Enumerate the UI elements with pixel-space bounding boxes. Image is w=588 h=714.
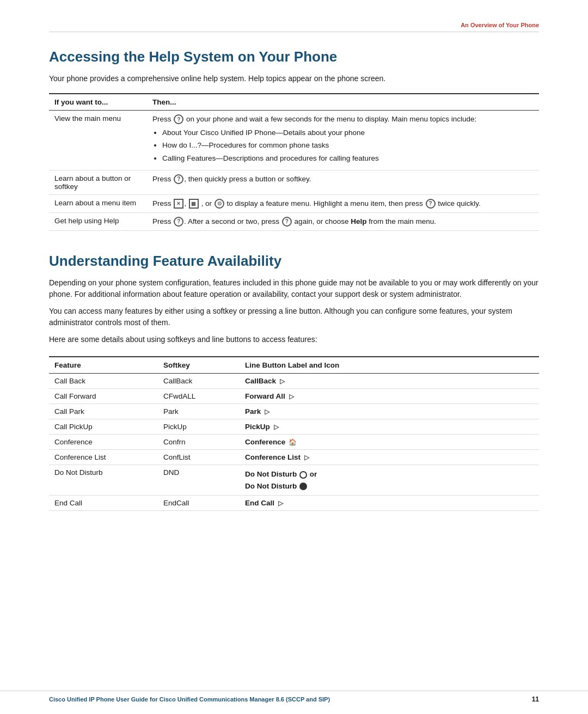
line-cell: CallBack ▷	[240, 373, 539, 388]
help-icon: ?	[174, 114, 183, 124]
list-item: Calling Features—Descriptions and proced…	[162, 153, 534, 164]
help-icon: ?	[174, 174, 183, 184]
help-table: If you want to... Then... View the main …	[49, 93, 539, 231]
softkey-cell: CallBack	[158, 373, 240, 388]
table-row: Call Park Park Park ▷	[49, 404, 539, 419]
want-cell: Learn about a button or softkey	[49, 170, 147, 194]
softkey-cell: EndCall	[158, 496, 240, 511]
menu-icon2: ▦	[189, 199, 199, 209]
feature-cell: End Call	[49, 496, 158, 511]
dnd-icon-filled	[299, 483, 307, 490]
menu-icon1: ✕	[174, 199, 183, 209]
table-row: View the main menu Press ? on your phone…	[49, 111, 539, 170]
softkey-cell: PickUp	[158, 419, 240, 434]
softkey-cell: Confrn	[158, 434, 240, 449]
section2-para1: Depending on your phone system configura…	[49, 277, 539, 300]
list-item: How do I...?—Procedures for common phone…	[162, 140, 534, 151]
footer-left-text: Cisco Unified IP Phone User Guide for Ci…	[49, 696, 330, 703]
section1-title: Accessing the Help System on Your Phone	[49, 48, 539, 65]
feature-cell: Call Back	[49, 373, 158, 388]
arrow-icon: ▷	[278, 499, 283, 507]
then-cell: Press ?. After a second or two, press ? …	[147, 212, 539, 230]
table-row: Conference Confrn Conference 🏠	[49, 434, 539, 449]
help-col2-header: Then...	[147, 94, 539, 111]
section2-para3: Here are some details about using softke…	[49, 334, 539, 345]
section2-title: Understanding Feature Availability	[49, 253, 539, 270]
table-row: Call Forward CFwdALL Forward All ▷	[49, 388, 539, 404]
dnd-icon-outline	[299, 471, 307, 479]
feature-cell: Call Forward	[49, 388, 158, 404]
arrow-icon: ▷	[289, 393, 294, 400]
feature-col3-header: Line Button Label and Icon	[240, 357, 539, 374]
section2-para2: You can access many features by either u…	[49, 306, 539, 328]
line-cell: Do Not Disturb or Do Not Disturb	[240, 465, 539, 496]
feature-col2-header: Softkey	[158, 357, 240, 374]
feature-cell: Conference List	[49, 450, 158, 465]
help-icon: ?	[426, 199, 436, 209]
softkey-cell: CFwdALL	[158, 388, 240, 404]
table-row: Learn about a button or softkey Press ?,…	[49, 170, 539, 194]
help-col1-header: If you want to...	[49, 94, 147, 111]
help-icon: ?	[282, 217, 292, 227]
page-footer: Cisco Unified IP Phone User Guide for Ci…	[0, 691, 588, 703]
arrow-icon: ▷	[274, 423, 279, 431]
arrow-icon: ▷	[265, 408, 270, 416]
then-cell: Press ✕, ▦ , or ⊙ to display a feature m…	[147, 194, 539, 212]
table-row: Learn about a menu item Press ✕, ▦ , or …	[49, 194, 539, 212]
page-number: 11	[532, 695, 539, 703]
table-row: End Call EndCall End Call ▷	[49, 496, 539, 511]
want-cell: Get help using Help	[49, 212, 147, 230]
table-row: Do Not Disturb DND Do Not Disturb or Do …	[49, 465, 539, 496]
softkey-cell: ConfList	[158, 450, 240, 465]
feature-table: Feature Softkey Line Button Label and Ic…	[49, 356, 539, 511]
then-cell: Press ? on your phone and wait a few sec…	[147, 111, 539, 170]
line-cell: Conference List ▷	[240, 450, 539, 465]
line-cell: PickUp ▷	[240, 419, 539, 434]
line-cell: Park ▷	[240, 404, 539, 419]
feature-cell: Conference	[49, 434, 158, 449]
arrow-icon: ▷	[280, 377, 285, 385]
feature-cell: Do Not Disturb	[49, 465, 158, 496]
conference-icon: 🏠	[289, 438, 297, 446]
want-cell: View the main menu	[49, 111, 147, 170]
page-header: An Overview of Your Phone	[49, 22, 539, 32]
arrow-icon: ▷	[304, 454, 309, 461]
menu-icon3: ⊙	[215, 199, 224, 209]
want-cell: Learn about a menu item	[49, 194, 147, 212]
list-item: About Your Cisco Unified IP Phone—Detail…	[162, 127, 534, 138]
table-row: Call PickUp PickUp PickUp ▷	[49, 419, 539, 434]
table-row: Call Back CallBack CallBack ▷	[49, 373, 539, 388]
section1-intro: Your phone provides a comprehensive onli…	[49, 73, 539, 84]
softkey-cell: Park	[158, 404, 240, 419]
then-cell: Press ?, then quickly press a button or …	[147, 170, 539, 194]
table-row: Conference List ConfList Conference List…	[49, 450, 539, 465]
softkey-cell: DND	[158, 465, 240, 496]
line-cell: Forward All ▷	[240, 388, 539, 404]
section2: Understanding Feature Availability Depen…	[49, 253, 539, 511]
table-row: Get help using Help Press ?. After a sec…	[49, 212, 539, 230]
feature-cell: Call Park	[49, 404, 158, 419]
feature-col1-header: Feature	[49, 357, 158, 374]
line-cell: End Call ▷	[240, 496, 539, 511]
line-cell: Conference 🏠	[240, 434, 539, 449]
help-icon: ?	[174, 217, 183, 227]
feature-cell: Call PickUp	[49, 419, 158, 434]
